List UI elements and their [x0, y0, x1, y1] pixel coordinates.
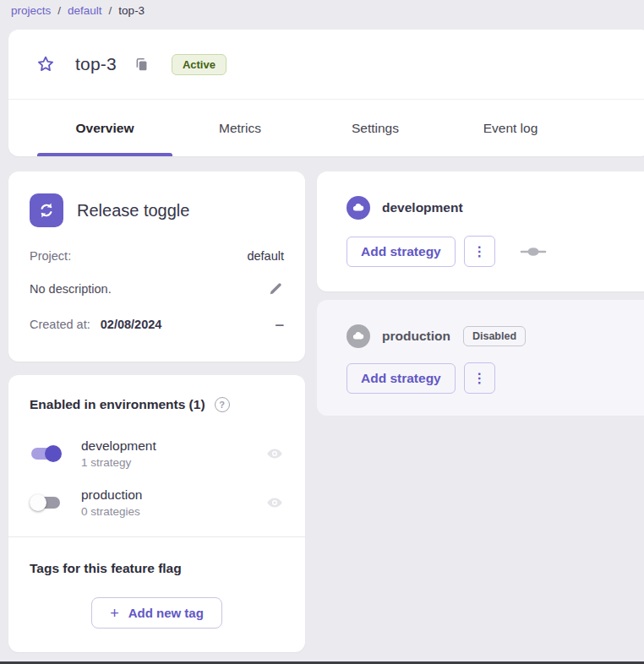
environment-panel-name: production [382, 329, 450, 344]
environments-card-title: Enabled in environments (1) [30, 397, 205, 412]
environment-strategy-count: 1 strategy [81, 456, 265, 469]
breadcrumb-link-default[interactable]: default [68, 4, 102, 17]
eye-icon[interactable] [265, 444, 284, 463]
status-badge: Active [172, 54, 226, 75]
environment-name: production [81, 487, 265, 503]
environment-panel-name: development [382, 200, 463, 215]
favorite-star-icon[interactable] [35, 54, 56, 74]
environment-row-development: development 1 strategy [30, 436, 284, 471]
overview-left-column: Release toggle Project: default No descr… [8, 171, 305, 652]
add-strategy-button[interactable]: Add strategy [347, 363, 456, 394]
development-toggle[interactable] [30, 445, 62, 462]
breadcrumb-current: top-3 [118, 4, 145, 17]
breadcrumb-link-projects[interactable]: projects [11, 4, 51, 17]
created-at-value: 02/08/2024 [101, 318, 162, 331]
environment-row-production: production 0 strategies [30, 485, 284, 520]
eye-icon[interactable] [265, 493, 284, 512]
feature-header-card: top-3 Active Overview Metrics Settings E… [8, 30, 644, 156]
description-text: No description. [30, 282, 112, 296]
kebab-menu-icon[interactable]: ⋮ [464, 236, 495, 267]
feature-tabs: Overview Metrics Settings Event log [8, 100, 644, 156]
plus-icon: + [110, 607, 119, 619]
breadcrumb-separator: / [109, 4, 112, 17]
kebab-menu-icon[interactable]: ⋮ [464, 362, 495, 394]
release-toggle-type-icon [30, 193, 63, 227]
disabled-badge: Disabled [463, 326, 526, 346]
tab-settings[interactable]: Settings [308, 100, 443, 156]
add-new-tag-label: Add new tag [128, 606, 204, 620]
project-label: Project: [30, 249, 71, 263]
feature-type-title: Release toggle [77, 201, 189, 220]
feature-title-row: top-3 Active [8, 30, 644, 99]
tab-event-log[interactable]: Event log [443, 100, 578, 156]
tags-section-title: Tags for this feature flag [30, 561, 284, 576]
add-strategy-button[interactable]: Add strategy [347, 237, 456, 267]
strategies-right-column: development Add strategy ⋮ production Di… [317, 171, 644, 416]
development-environment-panel: development Add strategy ⋮ [317, 171, 644, 291]
production-environment-panel: production Disabled Add strategy ⋮ [317, 300, 644, 416]
copy-name-icon[interactable] [134, 57, 150, 73]
collapse-details-icon[interactable]: – [275, 320, 284, 329]
tab-overview[interactable]: Overview [37, 100, 172, 156]
environments-card: Enabled in environments (1) ? developmen… [8, 375, 305, 652]
breadcrumb: projects / default / top-3 [11, 4, 145, 17]
page-title: top-3 [75, 54, 117, 74]
cloud-environment-icon [347, 324, 370, 348]
tab-metrics[interactable]: Metrics [172, 100, 308, 156]
strategy-indicator-icon [520, 247, 547, 257]
project-value: default [247, 249, 284, 263]
add-new-tag-button[interactable]: + Add new tag [91, 597, 222, 629]
breadcrumb-separator: / [57, 4, 61, 17]
environment-name: development [81, 438, 265, 454]
cloud-environment-icon [347, 196, 370, 220]
feature-details-card: Release toggle Project: default No descr… [8, 171, 305, 362]
created-at-label: Created at: [30, 318, 90, 331]
edit-description-icon[interactable] [267, 280, 284, 297]
card-section-divider [8, 536, 305, 537]
help-icon[interactable]: ? [215, 397, 230, 412]
environment-strategy-count: 0 strategies [81, 505, 265, 518]
production-toggle[interactable] [30, 494, 62, 511]
